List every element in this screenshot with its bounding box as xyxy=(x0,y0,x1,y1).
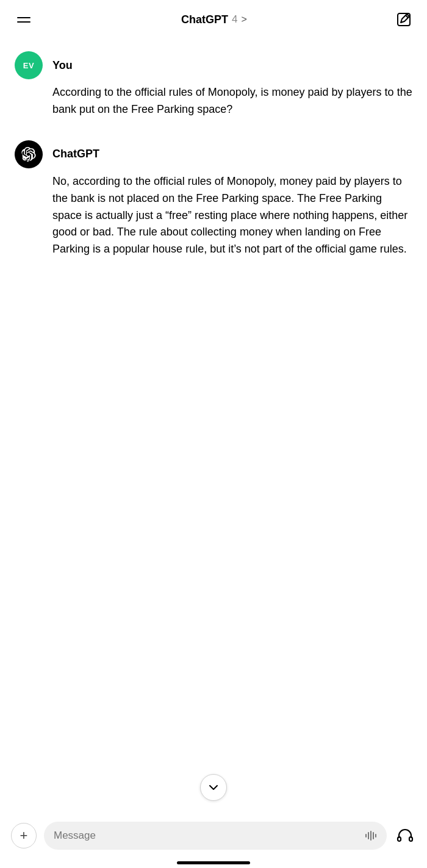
chatgpt-message-text: No, according to the official rules of M… xyxy=(15,173,412,258)
scroll-down-container xyxy=(200,774,227,801)
chatgpt-message-block: ChatGPT No, according to the official ru… xyxy=(15,140,412,258)
chatgpt-message-header: ChatGPT xyxy=(15,140,412,168)
user-avatar-initials: EV xyxy=(23,61,34,70)
app-header: ChatGPT 4 > xyxy=(0,0,427,37)
svg-rect-3 xyxy=(370,831,371,841)
svg-rect-6 xyxy=(398,837,401,841)
menu-button[interactable] xyxy=(15,15,33,25)
menu-line-2 xyxy=(17,21,30,23)
user-message-header: EV You xyxy=(15,51,412,79)
header-chevron: > xyxy=(242,14,247,25)
user-message-block: EV You According to the official rules o… xyxy=(15,51,412,118)
message-input-wrapper xyxy=(44,822,387,850)
user-sender-name: You xyxy=(52,59,73,72)
header-title[interactable]: ChatGPT 4 > xyxy=(181,13,247,26)
user-message-text: According to the official rules of Monop… xyxy=(15,84,412,118)
scroll-down-icon xyxy=(208,782,219,793)
add-attachment-button[interactable]: + xyxy=(11,823,37,848)
svg-rect-2 xyxy=(368,832,369,839)
edit-button[interactable] xyxy=(395,11,412,28)
chatgpt-avatar xyxy=(15,140,43,168)
user-avatar: EV xyxy=(15,51,43,79)
svg-rect-7 xyxy=(409,837,412,841)
chat-container: EV You According to the official rules o… xyxy=(0,37,427,258)
menu-line-1 xyxy=(17,17,30,18)
input-bar: + xyxy=(0,822,427,850)
svg-rect-5 xyxy=(375,834,376,838)
svg-rect-4 xyxy=(373,832,374,839)
scroll-down-button[interactable] xyxy=(200,774,227,801)
header-title-text: ChatGPT xyxy=(181,13,228,26)
message-input[interactable] xyxy=(54,830,359,842)
plus-icon: + xyxy=(20,828,28,844)
svg-rect-1 xyxy=(365,834,367,838)
chatgpt-sender-name: ChatGPT xyxy=(52,148,99,160)
audio-input-button[interactable] xyxy=(365,830,377,842)
header-version: 4 xyxy=(232,13,237,26)
headphone-button[interactable] xyxy=(394,825,416,847)
home-indicator xyxy=(177,861,250,864)
headphone-icon xyxy=(396,827,414,845)
waveform-icon xyxy=(365,830,377,842)
